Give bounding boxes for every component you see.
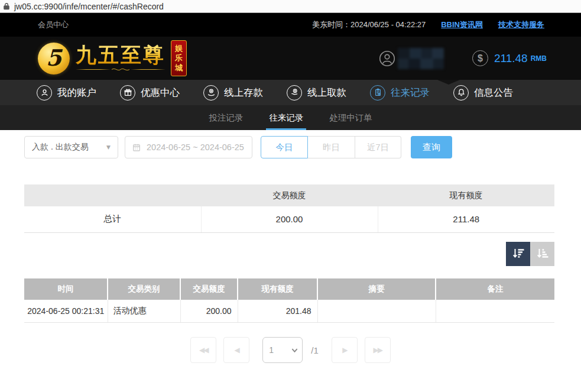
last-page-button[interactable]: ▶▶: [365, 337, 391, 363]
site-header: 5 九五至尊 娱乐城 $ 211.48 RMB: [0, 37, 581, 80]
nav-label: 线上取款: [307, 86, 346, 99]
top-bar-right: 美东时间：2024/06/25 - 04:22:27 BBIN资讯网 技术支持服…: [312, 20, 544, 30]
cell-type: 活动优惠: [108, 300, 180, 323]
nav-label: 我的账户: [57, 86, 96, 99]
sort-ascending-icon: [535, 247, 550, 261]
browser-address-bar[interactable]: jw05.cc:9900/infe/mcenter/#/cashRecord: [0, 0, 581, 13]
pagination: ◀◀ ◀ 1 /1 ▶ ▶▶: [0, 337, 581, 363]
nav-my-account[interactable]: 我的账户: [37, 85, 96, 101]
col-time: 时间: [24, 278, 108, 300]
sort-ascending-button[interactable]: [530, 242, 554, 266]
nav-announcements[interactable]: 信息公告: [453, 85, 513, 101]
cell-note: [436, 300, 554, 323]
nav-online-withdraw[interactable]: 线上取款: [287, 85, 346, 101]
cell-time: 2024-06-25 00:21:31: [24, 300, 108, 323]
last7days-button[interactable]: 近7日: [355, 136, 401, 158]
sort-descending-icon: [511, 247, 525, 261]
blurred-username[interactable]: [398, 48, 444, 69]
nav-label: 往来记录: [391, 86, 430, 99]
lock-icon: [2, 2, 11, 11]
user-avatar-icon[interactable]: [379, 50, 395, 67]
quick-date-group: 今日 昨日 近7日: [261, 136, 401, 158]
summary-total-row: 总计 200.00 211.48: [24, 206, 554, 232]
calendar-icon: [132, 142, 141, 152]
gift-icon: [120, 85, 135, 101]
col-transaction-amount: 交易额度: [180, 278, 238, 300]
col-current-balance: 现有额度: [238, 278, 317, 300]
nav-transaction-records[interactable]: 往来记录: [370, 85, 430, 101]
hand-dollar-icon: [287, 85, 302, 101]
balance-amount: 211.48: [494, 52, 528, 65]
first-page-button[interactable]: ◀◀: [190, 337, 216, 363]
search-button[interactable]: 查询: [411, 136, 452, 158]
caret-down-icon: ▼: [106, 144, 111, 150]
next-page-button[interactable]: ▶: [332, 337, 358, 363]
nav-online-deposit[interactable]: 线上存款: [203, 85, 263, 101]
eastern-time-label: 美东时间：2024/06/25 - 04:22:27: [312, 20, 426, 30]
logo-mark-icon: 5: [38, 43, 70, 74]
type-select-value: 入款 . 出款交易: [32, 142, 89, 153]
member-center-label: 会员中心: [38, 20, 69, 30]
logo-title: 九五至尊: [76, 44, 165, 65]
sort-row: [0, 242, 554, 266]
tab-bet-records[interactable]: 投注记录: [206, 105, 246, 130]
summary-total-label: 总计: [24, 206, 201, 232]
main-nav: 我的账户 优惠中心 线上存款 线上取款: [0, 80, 581, 105]
tab-pending-orders[interactable]: 处理中订单: [326, 105, 375, 130]
summary-header-transaction: 交易额度: [201, 184, 378, 206]
yesterday-button[interactable]: 昨日: [308, 136, 355, 158]
summary-total-transaction: 200.00: [201, 206, 378, 232]
records-table: 时间 交易类别 交易额度 现有额度 摘要 备注 2024-06-25 00:21…: [24, 278, 554, 323]
cell-balance: 201.48: [238, 300, 317, 323]
tab-transaction-records[interactable]: 往来记录: [266, 105, 306, 130]
user-account-area: $ 211.48 RMB: [379, 48, 547, 69]
summary-total-balance: 211.48: [378, 206, 554, 232]
today-button[interactable]: 今日: [261, 136, 308, 158]
col-summary: 摘要: [317, 278, 436, 300]
active-tab-underline: [266, 128, 306, 130]
bbin-news-link[interactable]: BBIN资讯网: [441, 20, 483, 30]
transaction-type-select[interactable]: 入款 . 出款交易 ▼: [24, 136, 118, 158]
col-note: 备注: [436, 278, 554, 300]
date-range-input[interactable]: 2024-06-25 ~ 2024-06-25: [125, 136, 252, 158]
cell-amount: 200.00: [180, 300, 238, 323]
table-row: 2024-06-25 00:21:31 活动优惠 200.00 201.48: [24, 300, 554, 323]
bell-icon: [453, 85, 469, 101]
total-pages-label: /1: [311, 345, 319, 355]
logo-flourish-icon: [76, 67, 165, 72]
nav-label: 优惠中心: [141, 86, 180, 99]
sub-nav: 投注记录 往来记录 处理中订单: [0, 105, 581, 130]
logo-badge: 娱乐城: [171, 40, 187, 76]
cell-summary: [317, 300, 436, 323]
page-select-wrap: 1: [262, 337, 303, 363]
nav-label: 信息公告: [474, 86, 513, 99]
balance-area[interactable]: $ 211.48 RMB: [472, 50, 547, 66]
double-right-arrow-icon: ▶▶: [374, 346, 382, 354]
user-icon: [37, 85, 52, 101]
logo-text-wrap: 九五至尊: [76, 44, 165, 72]
nav-label: 线上存款: [224, 86, 263, 99]
double-left-arrow-icon: ◀◀: [199, 346, 207, 354]
sort-descending-button[interactable]: [506, 242, 530, 266]
top-bar: 会员中心 美东时间：2024/06/25 - 04:22:27 BBIN资讯网 …: [0, 13, 581, 37]
tech-support-link[interactable]: 技术支持服务: [498, 20, 544, 30]
hand-coin-icon: [203, 85, 219, 101]
right-arrow-icon: ▶: [342, 346, 346, 354]
prev-page-button[interactable]: ◀: [223, 337, 249, 363]
date-range-value: 2024-06-25 ~ 2024-06-25: [147, 142, 244, 152]
records-clipboard-icon: [370, 85, 385, 101]
col-transaction-type: 交易类别: [108, 278, 180, 300]
summary-header-empty: [24, 184, 201, 206]
site-logo[interactable]: 5 九五至尊 娱乐城: [38, 40, 187, 76]
page-select[interactable]: 1: [262, 337, 303, 363]
summary-table: 交易额度 现有额度 总计 200.00 211.48: [24, 184, 554, 233]
header-pointer-notch: [437, 80, 460, 85]
filter-row: 入款 . 出款交易 ▼ 2024-06-25 ~ 2024-06-25 今日 昨…: [24, 136, 581, 158]
balance-currency: RMB: [531, 54, 547, 63]
nav-promo-center[interactable]: 优惠中心: [120, 85, 180, 101]
left-arrow-icon: ◀: [235, 346, 239, 354]
dollar-coin-icon: $: [472, 50, 488, 66]
page-url: jw05.cc:9900/infe/mcenter/#/cashRecord: [14, 2, 164, 11]
summary-header-balance: 现有额度: [378, 184, 554, 206]
